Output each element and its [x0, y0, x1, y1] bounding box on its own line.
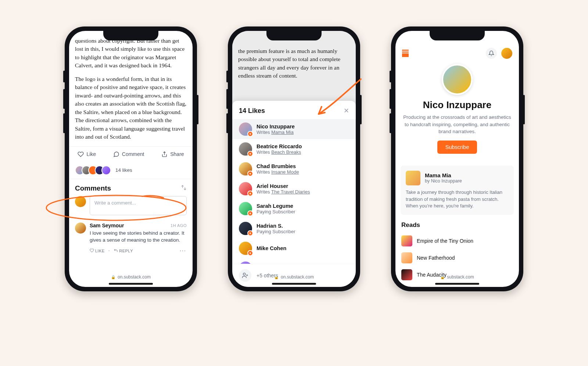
phone-profile: Nico Inzuppare Producing at the crossroa… — [391, 26, 523, 291]
user-avatar — [75, 196, 86, 207]
liker-row[interactable]: ♥Sarah LegumePaying Subscriber — [232, 199, 356, 218]
heart-badge-icon: ♥ — [247, 191, 253, 196]
lock-icon: 🔒 — [274, 275, 279, 279]
liker-row[interactable]: ♥Lavendar Moon — [232, 258, 356, 264]
article-backdrop: the premium feature is as much as humanl… — [232, 31, 356, 104]
liker-subline: Paying Subscriber — [257, 209, 295, 214]
profile-name: Nico Inzuppare — [403, 99, 512, 111]
comment-input[interactable]: Write a comment... — [90, 196, 187, 215]
user-avatar-button[interactable] — [501, 48, 512, 59]
liker-avatar: ♥ — [239, 262, 252, 264]
liker-name: Nico Inzuppare — [257, 124, 295, 129]
comment-button[interactable]: Comment — [113, 151, 144, 157]
page-url: on.substack.com — [118, 274, 151, 280]
home-indicator[interactable] — [109, 283, 153, 285]
read-item[interactable]: Empire of the Tiny Onion — [401, 232, 513, 249]
comment-item: Sam Seymour 1H AGO I love seeing the sto… — [69, 220, 193, 257]
page-url: substack.com — [447, 274, 474, 280]
liker-subline: Writes Insane Mode — [257, 169, 299, 175]
commenter-name[interactable]: Sam Seymour — [90, 223, 124, 228]
liker-name: Sarah Legume — [257, 203, 295, 209]
profile-avatar[interactable] — [442, 64, 473, 95]
read-logo — [401, 252, 412, 263]
publication-description: Take a journey through through historic … — [406, 189, 509, 210]
liker-avatar: ♥ — [239, 222, 252, 235]
page-url: on.substack.com — [281, 274, 314, 280]
article-body: questions about copyright. But rather th… — [69, 31, 193, 141]
liker-row[interactable]: ♥Nico InzuppareWrites Mama Mia — [232, 119, 356, 139]
comment-placeholder: Write a comment... — [94, 200, 136, 206]
likes-facepile — [75, 166, 111, 175]
read-name: New Fatherhood — [417, 255, 455, 261]
sheet-title: 14 Likes — [239, 107, 265, 115]
liker-avatar: ♥ — [239, 242, 252, 255]
notifications-button[interactable] — [486, 48, 497, 59]
liker-subline: Writes Beach Breaks — [257, 149, 302, 155]
home-indicator[interactable] — [272, 283, 316, 285]
publication-title: Mama Mia — [425, 172, 462, 178]
liker-subline: Writes The Travel Diaries — [257, 189, 310, 195]
lock-icon: 🔒 — [111, 275, 115, 279]
article-paragraph: questions about copyright. But rather th… — [75, 37, 187, 70]
liker-subline: Paying Subscriber — [257, 229, 295, 234]
heart-badge-icon: ♥ — [247, 230, 253, 236]
article-paragraph: the premium feature is as much as humanl… — [238, 47, 350, 80]
commenter-avatar[interactable] — [75, 223, 86, 234]
liker-row[interactable]: ♥Hadrian S.Paying Subscriber — [232, 218, 356, 238]
heart-badge-icon: ♥ — [247, 171, 253, 177]
liker-row[interactable]: ♥Beatrice RiccardoWrites Beach Breaks — [232, 139, 356, 159]
substack-logo[interactable] — [402, 50, 409, 57]
comment-reply-button[interactable]: REPLY — [114, 248, 133, 253]
liker-avatar: ♥ — [239, 182, 252, 195]
like-label: Like — [86, 151, 96, 157]
sort-icon[interactable] — [181, 185, 187, 192]
publication-card[interactable]: Mama Mia by Nico Inzuppare Take a journe… — [401, 166, 514, 215]
likes-sheet: 14 Likes ✕ ♥Nico InzuppareWrites Mama Mi… — [232, 101, 356, 287]
read-name: Empire of the Tiny Onion — [417, 238, 473, 244]
share-icon — [161, 151, 168, 157]
publication-logo — [406, 171, 420, 185]
lock-icon: 🔒 — [440, 275, 445, 279]
browser-url-bar[interactable]: 🔒 substack.com — [395, 274, 519, 280]
post-action-row: Like Comment Share — [69, 146, 193, 162]
read-item[interactable]: New Fatherhood — [401, 249, 513, 266]
liker-name: Mike Cohen — [257, 245, 286, 251]
publication-byline: by Nico Inzuppare — [425, 178, 462, 184]
comment-label: Comment — [122, 151, 144, 157]
liker-avatar: ♥ — [239, 162, 252, 175]
liker-name: Hadrian S. — [257, 223, 295, 229]
liker-row[interactable]: ♥Ariel HouserWrites The Travel Diaries — [232, 179, 356, 199]
share-button[interactable]: Share — [161, 151, 184, 157]
liker-name: Chad Brumbies — [257, 163, 299, 169]
comment-like-button[interactable]: LIKE — [90, 248, 105, 253]
liker-name: Ariel Houser — [257, 183, 310, 189]
comment-text: I love seeing the stories behind a creat… — [90, 230, 187, 244]
like-button[interactable]: Like — [78, 151, 96, 157]
home-indicator[interactable] — [435, 283, 479, 285]
phone-likes-sheet: the premium feature is as much as humanl… — [228, 26, 360, 291]
article-paragraph: The logo is a wonderful form, in that in… — [75, 75, 187, 141]
liker-row[interactable]: ♥Mike Cohen — [232, 238, 356, 258]
read-logo — [401, 235, 412, 246]
likes-row[interactable]: 14 likes — [69, 162, 193, 179]
close-icon[interactable]: ✕ — [344, 107, 349, 115]
reads-header: Reads — [401, 221, 513, 229]
profile-bio: Producing at the crossroads of art and a… — [403, 114, 512, 135]
phone-article: questions about copyright. But rather th… — [65, 26, 197, 291]
bell-icon — [488, 50, 494, 56]
heart-badge-icon: ♥ — [247, 131, 253, 137]
liker-avatar: ♥ — [239, 142, 252, 156]
liker-avatar: ♥ — [239, 122, 252, 136]
heart-badge-icon: ♥ — [247, 151, 253, 157]
heart-badge-icon: ♥ — [247, 210, 253, 216]
liker-subline: Writes Mama Mia — [257, 129, 295, 135]
liker-avatar: ♥ — [239, 202, 252, 215]
liker-row[interactable]: ♥Chad BrumbiesWrites Insane Mode — [232, 159, 356, 179]
subscribe-button[interactable]: Subscribe — [437, 141, 477, 154]
comment-timestamp: 1H AGO — [171, 223, 187, 228]
comments-header: Comments — [75, 184, 111, 192]
liker-name: Beatrice Riccardo — [257, 143, 302, 149]
browser-url-bar[interactable]: 🔒 on.substack.com — [69, 274, 193, 280]
browser-url-bar[interactable]: 🔒 on.substack.com — [232, 274, 356, 280]
comment-more-icon[interactable]: ⋯ — [179, 246, 187, 255]
